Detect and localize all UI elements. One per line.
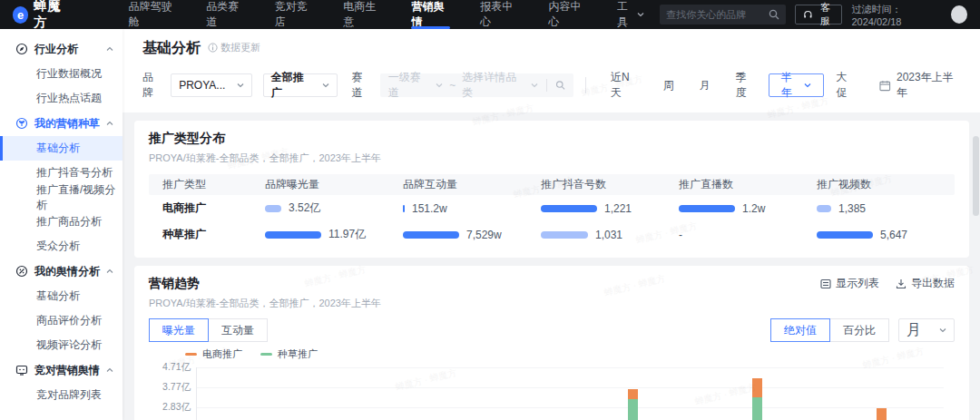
trend-stacked-bar-chart: 电商推广种草推广 4.71亿3.77亿2.83亿1.89亿9,427.1w020… xyxy=(149,347,955,420)
nav-menu: 品牌驾驶舱品类赛道竞对竞店电商生意营销舆情报表中心内容中心工具 xyxy=(113,0,660,29)
table-row: 电商推广3.52亿151.2w1,2211.2w1,385 xyxy=(149,195,955,221)
customer-service-label: 客服 xyxy=(817,1,835,28)
metric-tab-0[interactable]: 曝光量 xyxy=(149,318,209,342)
nav-item-5[interactable]: 报表中心 xyxy=(465,0,533,29)
value-tab-1[interactable]: 百分比 xyxy=(829,318,889,342)
stacked-bar-2023/06 xyxy=(877,367,887,420)
table-row: 种草推广11.97亿7,529w1,031-5,647 xyxy=(149,221,955,248)
legend-item-0[interactable]: 电商推广 xyxy=(185,347,242,361)
chevron-down-icon xyxy=(237,82,244,89)
table-cell: 1.2w xyxy=(679,202,817,215)
category-range-select[interactable]: 一级赛道 ~ 选择详情品类 xyxy=(380,73,573,97)
y-axis-tick: 2.83亿 xyxy=(162,401,191,414)
nav-item-3[interactable]: 电商生意 xyxy=(328,0,396,29)
avatar[interactable] xyxy=(951,5,967,24)
export-data-button[interactable]: 导出数据 xyxy=(896,276,955,291)
sidebar-group-3[interactable]: 竞对营销舆情 xyxy=(0,357,122,383)
sidebar-item-1-2[interactable]: 推广直播/视频分析 xyxy=(0,185,122,210)
time-tab-2[interactable]: 月 xyxy=(687,73,723,97)
brand-search-input[interactable] xyxy=(666,9,769,20)
column-header: 推广视频数 xyxy=(817,177,955,192)
sidebar-group-0[interactable]: 行业分析 xyxy=(0,36,122,62)
scrollbar-thumb[interactable] xyxy=(973,136,979,216)
sidebar-group-label: 我的舆情分析 xyxy=(34,264,100,279)
value-bar xyxy=(817,231,873,239)
date-range-picker[interactable]: 2023年上半年 xyxy=(879,70,962,101)
show-list-button[interactable]: 显示列表 xyxy=(820,276,879,291)
granularity-select[interactable]: 月 xyxy=(898,318,955,342)
promotion-type-select[interactable]: 全部推广 xyxy=(263,73,338,97)
monitor-icon xyxy=(15,364,28,376)
column-header: 品牌互动量 xyxy=(403,177,541,192)
gridline xyxy=(197,367,944,368)
chevron-down-icon xyxy=(531,82,538,89)
time-tab-3[interactable]: 季度 xyxy=(723,73,769,97)
chevron-down-icon xyxy=(436,82,443,89)
time-tab-4[interactable]: 半年 xyxy=(769,73,824,97)
promotion-type-distribution-card: 推广类型分布 PROYA/珀莱雅-全部品类，全部推广，2023年上半年 推广类型… xyxy=(134,121,969,258)
sidebar-item-2-2[interactable]: 视频评论分析 xyxy=(0,333,122,357)
track-detail-placeholder: 选择详情品类 xyxy=(462,70,524,101)
nav-item-7[interactable]: 工具 xyxy=(602,0,660,29)
table-cell: 1,385 xyxy=(817,202,955,215)
search-icon[interactable] xyxy=(769,9,779,20)
value-bar xyxy=(265,231,321,239)
sidebar-item-3-0[interactable]: 竞对品牌列表 xyxy=(0,383,122,407)
metric-tab-1[interactable]: 互动量 xyxy=(208,318,268,342)
sprout-icon xyxy=(15,117,28,130)
nav-item-0[interactable]: 品牌驾驶舱 xyxy=(113,0,191,29)
headset-icon xyxy=(803,9,813,20)
time-tab-1[interactable]: 周 xyxy=(651,73,687,97)
table-cell: 151.2w xyxy=(403,202,541,215)
stacked-bar-2023/03 xyxy=(503,367,513,420)
sidebar-item-1-4[interactable]: 受众分析 xyxy=(0,234,122,259)
customer-service-button[interactable]: 客服 xyxy=(795,5,842,24)
stacked-bar-2023/02 xyxy=(378,367,388,420)
nav-item-6[interactable]: 内容中心 xyxy=(534,0,602,29)
brand-search[interactable] xyxy=(660,5,786,24)
marketing-trend-card: 营销趋势 PROYA/珀莱雅-全部品类，全部推广，2023年上半年 显示列表 xyxy=(134,266,969,420)
sidebar-item-0-0[interactable]: 行业数据概况 xyxy=(0,62,122,86)
distribution-table: 推广类型品牌曝光量品牌互动量推广抖音号数推广直播数推广视频数电商推广3.52亿1… xyxy=(149,174,955,248)
chevron-up-icon xyxy=(106,268,113,275)
column-header: 推广抖音号数 xyxy=(541,177,679,192)
compass-icon xyxy=(15,43,28,55)
time-tab-5[interactable]: 大促 xyxy=(824,73,869,97)
vertical-scrollbar[interactable] xyxy=(973,29,979,420)
distribution-subtitle: PROYA/珀莱雅-全部品类，全部推广，2023年上半年 xyxy=(149,151,955,165)
chart-legend: 电商推广种草推广 xyxy=(185,347,318,361)
sidebar-group-2[interactable]: 我的舆情分析 xyxy=(0,259,122,284)
brand-select[interactable]: PROYA... xyxy=(171,73,252,97)
bar-segment-种草推广 xyxy=(752,397,762,420)
bar-segment-电商推广 xyxy=(752,378,762,397)
data-update-note[interactable]: 数据更新 xyxy=(208,41,260,54)
sidebar-item-2-0[interactable]: 基础分析 xyxy=(0,284,122,308)
trend-title: 营销趋势 xyxy=(149,276,381,292)
nav-item-1[interactable]: 品类赛道 xyxy=(191,0,259,29)
row-type-label: 电商推广 xyxy=(149,200,265,216)
table-cell: 11.97亿 xyxy=(265,227,403,242)
nav-item-4[interactable]: 营销舆情 xyxy=(397,0,465,29)
sidebar-group-1[interactable]: 我的营销种草 xyxy=(0,111,122,136)
nav-item-2[interactable]: 竞对竞店 xyxy=(260,0,328,29)
value-bar xyxy=(817,205,831,212)
search-icon[interactable] xyxy=(555,80,565,91)
logo-icon: e xyxy=(13,6,28,24)
y-axis-tick: 3.77亿 xyxy=(162,381,191,394)
value-tab-0[interactable]: 绝对值 xyxy=(770,318,830,342)
cell-value: 151.2w xyxy=(412,202,447,215)
trend-controls: 曝光量互动量 绝对值百分比 月 xyxy=(149,318,955,342)
stacked-bar-2023/04 xyxy=(628,367,638,420)
sidebar-item-1-0[interactable]: 基础分析 xyxy=(0,136,122,161)
sidebar-item-1-3[interactable]: 推广商品分析 xyxy=(0,210,122,234)
sidebar-item-2-1[interactable]: 商品评价分析 xyxy=(0,308,122,333)
logo-text: 蝉魔方 xyxy=(34,0,71,31)
cell-value: 3.52亿 xyxy=(289,200,320,216)
column-header: 推广类型 xyxy=(149,177,265,192)
legend-item-1[interactable]: 种草推广 xyxy=(260,347,318,361)
sidebar-group-label: 行业分析 xyxy=(34,42,78,57)
metric-tabs: 曝光量互动量 xyxy=(149,318,268,342)
time-tab-0[interactable]: 近N天 xyxy=(598,73,651,97)
sidebar-item-0-1[interactable]: 行业热点话题 xyxy=(0,86,122,111)
logo[interactable]: e 蝉魔方 xyxy=(13,0,71,31)
